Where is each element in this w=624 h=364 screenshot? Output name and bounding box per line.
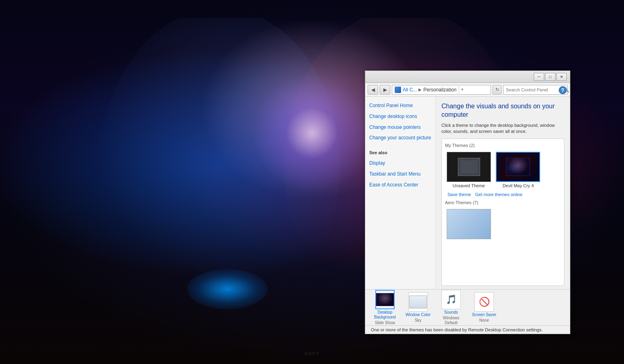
breadcrumb-all-link[interactable]: All C... — [403, 87, 417, 93]
dmc4-thumb-img — [506, 158, 530, 176]
dmc4-thumb-inner — [498, 154, 538, 180]
breadcrumb-separator: ▶ — [418, 87, 422, 92]
sounds-label: Sounds — [444, 310, 458, 315]
breadcrumb-current: Personalization — [423, 87, 456, 93]
unsaved-theme-thumbnail — [447, 152, 491, 182]
window-color-sublabel: Sky — [415, 318, 422, 323]
window-color-icon-container — [408, 292, 428, 312]
watermark: SOFT — [304, 351, 319, 356]
refresh-button[interactable]: ↻ — [493, 85, 501, 95]
sounds-icon: 🎵 — [446, 294, 457, 305]
content-area: Change the visuals and sounds on your co… — [436, 97, 570, 289]
save-theme-link[interactable]: Save theme — [447, 192, 471, 197]
status-message: One or more of the themes has been disab… — [365, 325, 570, 334]
unsaved-thumb-inner — [458, 158, 480, 176]
screen-saver-icon: 🚫 — [479, 297, 490, 307]
dmc4-theme-thumbnail — [496, 152, 540, 182]
main-content: Control Panel Home Change desktop icons … — [365, 97, 570, 289]
sidebar-item-ease-of-access[interactable]: Ease of Access Center — [369, 181, 431, 189]
back-button[interactable]: ◀ — [368, 85, 378, 95]
help-button[interactable]: ? — [559, 86, 567, 94]
sounds-icon-container: 🎵 — [441, 290, 461, 309]
window-color-label: Window Color — [406, 312, 431, 317]
title-bar: ─ □ ✕ — [365, 71, 570, 83]
desktop-bg-thumbnail — [376, 293, 394, 306]
sounds-sublabel: Windows Default — [437, 316, 465, 325]
aero-theme-1[interactable] — [447, 209, 491, 239]
content-title: Change the visuals and sounds on your co… — [441, 102, 564, 119]
sidebar-item-desktop-icons[interactable]: Change desktop icons — [369, 112, 431, 121]
search-box[interactable]: 🔍 — [503, 85, 568, 95]
breadcrumb: All C... ▶ Personalization ▼ — [392, 85, 491, 95]
glow-center — [252, 73, 372, 194]
close-button[interactable]: ✕ — [556, 73, 567, 81]
sidebar: Control Panel Home Change desktop icons … — [365, 97, 436, 289]
aero-themes-section: Aero Themes (7) — [445, 200, 561, 241]
unsaved-theme-item[interactable]: Unsaved Theme — [447, 152, 491, 188]
screen-saver-icon-container: 🚫 — [474, 292, 494, 312]
see-also-title: See also — [369, 150, 431, 155]
themes-container[interactable]: My Themes (2) Unsaved Theme Devil M — [441, 139, 564, 286]
window-color-thumbnail — [409, 296, 427, 308]
desktop-background-item[interactable]: Desktop Background Slide Show — [371, 290, 399, 325]
sidebar-item-account-picture[interactable]: Change your account picture — [369, 134, 431, 142]
screen-saver-sublabel: None — [479, 318, 489, 323]
unsaved-theme-name: Unsaved Theme — [447, 183, 491, 188]
bottom-bar: Desktop Background Slide Show Window Col… — [365, 289, 570, 325]
screen-saver-label: Screen Saver — [472, 312, 497, 317]
my-themes-label: My Themes (2) — [445, 143, 561, 148]
sounds-item[interactable]: 🎵 Sounds Windows Default — [437, 290, 465, 325]
sidebar-item-taskbar[interactable]: Taskbar and Start Menu — [369, 170, 431, 178]
sidebar-item-control-panel-home[interactable]: Control Panel Home — [369, 101, 431, 110]
sidebar-item-display[interactable]: Display — [369, 159, 431, 168]
aero-placeholder-1 — [447, 209, 491, 239]
content-description: Click a theme to change the desktop back… — [441, 122, 564, 135]
maximize-button[interactable]: □ — [545, 73, 555, 81]
address-bar: ◀ ▶ All C... ▶ Personalization ▼ ↻ 🔍 — [365, 83, 570, 97]
window-color-item[interactable]: Window Color Sky — [404, 292, 432, 323]
sidebar-item-mouse-pointers[interactable]: Change mouse pointers — [369, 123, 431, 132]
search-input[interactable] — [506, 87, 562, 92]
desktop-background-label: Desktop Background — [371, 310, 399, 320]
dmc4-theme-item[interactable]: Devil May Cry 4 — [496, 152, 540, 188]
desktop-background-sublabel: Slide Show — [375, 321, 395, 325]
screen-saver-item[interactable]: 🚫 Screen Saver None — [470, 292, 498, 323]
dmc4-theme-name: Devil May Cry 4 — [496, 183, 540, 188]
aero-themes-label: Aero Themes (7) — [445, 200, 561, 205]
desktop-background-icon — [375, 290, 395, 309]
control-panel-icon — [395, 87, 401, 93]
theme-links: Save theme Get more themes online — [447, 192, 561, 197]
control-panel-window: ─ □ ✕ ◀ ▶ All C... ▶ Personalization ▼ ↻… — [365, 70, 570, 334]
get-more-themes-link[interactable]: Get more themes online — [475, 192, 522, 197]
forward-button[interactable]: ▶ — [380, 85, 390, 95]
minimize-button[interactable]: ─ — [534, 73, 544, 81]
blue-glow — [187, 269, 268, 309]
breadcrumb-dropdown-button[interactable]: ▼ — [459, 85, 465, 95]
